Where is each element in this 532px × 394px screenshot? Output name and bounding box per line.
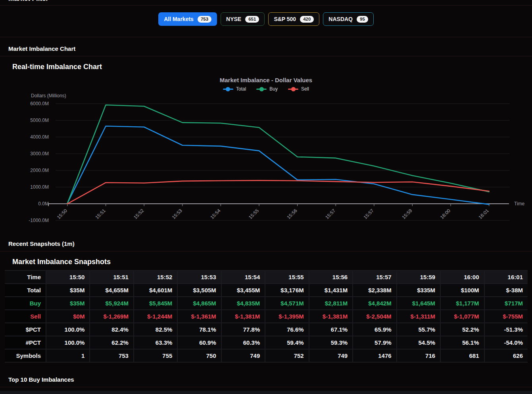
table-cell: 753 xyxy=(89,350,133,362)
table-cell: 67.1% xyxy=(309,323,352,336)
filter-sp500-button[interactable]: S&P 500 420 xyxy=(268,12,319,26)
table-cell: $5,924M xyxy=(89,297,133,309)
row-label: #PCT xyxy=(5,336,46,349)
legend-item-sell[interactable]: Sell xyxy=(288,86,309,92)
column-header: 15:55 xyxy=(265,271,308,283)
svg-text:0.0M: 0.0M xyxy=(38,201,49,207)
count-badge: 420 xyxy=(300,16,314,23)
table-cell: $-38M xyxy=(484,284,528,296)
market-filter-panel: All Markets 753 NYSE 651 S&P 500 420 NAS… xyxy=(0,6,532,37)
legend-marker-total-icon xyxy=(223,87,233,91)
table-cell: 77.8% xyxy=(221,323,265,336)
legend-marker-buy-icon xyxy=(256,87,267,91)
svg-text:15:50: 15:50 xyxy=(56,208,68,220)
table-cell: 76.6% xyxy=(265,323,308,336)
table-cell: 60.3% xyxy=(221,336,265,349)
svg-text:15:54: 15:54 xyxy=(209,208,221,220)
imbalance-line-chart: Dollars (Millions)6000.0M5000.0M4000.0M3… xyxy=(0,92,532,238)
svg-text:15:55: 15:55 xyxy=(248,208,260,220)
column-header: 15:54 xyxy=(221,271,265,283)
svg-text:4000.0M: 4000.0M xyxy=(30,134,49,140)
market-filter-buttons: All Markets 753 NYSE 651 S&P 500 420 NAS… xyxy=(0,12,532,26)
table-cell: -51.3% xyxy=(484,323,528,336)
table-cell: 62.2% xyxy=(89,336,133,349)
table-cell: 1 xyxy=(46,350,89,362)
svg-text:6000.0M: 6000.0M xyxy=(30,101,49,106)
table-cell: $-1,311M xyxy=(396,310,440,323)
column-header: 15:50 xyxy=(46,271,89,283)
table-cell: $2,811M xyxy=(309,297,352,309)
divider xyxy=(0,387,532,387)
legend-item-buy[interactable]: Buy xyxy=(256,86,278,92)
svg-text:15:59: 15:59 xyxy=(401,208,413,220)
svg-text:-1000.0M: -1000.0M xyxy=(29,218,49,223)
filter-label: NYSE xyxy=(226,16,241,22)
chart-section-label: Market Imbalance Chart xyxy=(0,45,532,56)
table-cell: 1476 xyxy=(352,350,396,362)
table-cell: $-2,504M xyxy=(352,310,396,323)
table-cell: $4,601M xyxy=(133,284,177,296)
table-cell: 681 xyxy=(440,350,484,362)
table-cell: 100.0% xyxy=(46,323,89,336)
svg-text:3000.0M: 3000.0M xyxy=(30,151,49,156)
filter-label: NASDAQ xyxy=(328,16,353,22)
svg-text:2000.0M: 2000.0M xyxy=(30,168,49,173)
market-filter-title: Market Filter xyxy=(0,0,532,5)
table-cell: 59.4% xyxy=(265,336,308,349)
table-cell: $1,177M xyxy=(440,297,484,309)
table-cell: 54.5% xyxy=(396,336,440,349)
table-cell: 52.2% xyxy=(440,323,484,336)
svg-text:5000.0M: 5000.0M xyxy=(30,118,49,123)
table-cell: $4,571M xyxy=(265,297,308,309)
filter-all-markets-button[interactable]: All Markets 753 xyxy=(158,12,217,26)
table-cell: $1,645M xyxy=(396,297,440,309)
table-cell: 78.1% xyxy=(177,323,221,336)
row-label: Total xyxy=(5,284,46,296)
table-cell: $35M xyxy=(46,284,89,296)
legend-item-total[interactable]: Total xyxy=(223,86,246,92)
table-cell: $3,176M xyxy=(265,284,308,296)
svg-text:16:01: 16:01 xyxy=(478,208,490,220)
table-cell: 749 xyxy=(309,350,352,362)
table-cell: 59.3% xyxy=(309,336,352,349)
snapshots-panel-title: Market Imbalance Snapshots xyxy=(0,251,532,266)
count-badge: 95 xyxy=(357,16,368,23)
market-imbalance-snapshots-table: Time15:5015:5115:5215:5315:5415:5515:561… xyxy=(5,270,528,363)
table-cell: $-1,381M xyxy=(309,310,352,323)
column-header: 15:53 xyxy=(177,271,221,283)
row-label: Symbols xyxy=(5,350,46,362)
table-cell: $2,338M xyxy=(352,284,396,296)
table-cell: $3,455M xyxy=(221,284,265,296)
footer-section-label: Top 10 Buy Imbalances xyxy=(0,376,532,387)
table-cell: 82.4% xyxy=(89,323,133,336)
snapshots-panel: Market Imbalance Snapshots Time15:5015:5… xyxy=(0,251,532,363)
row-label: Buy xyxy=(5,297,46,309)
table-cell: $1,431M xyxy=(309,284,352,296)
snapshots-section-label: Recent Snapshots (1m) xyxy=(0,240,532,251)
legend-marker-sell-icon xyxy=(288,87,298,91)
table-cell: 57.9% xyxy=(352,336,396,349)
filter-nasdaq-button[interactable]: NASDAQ 95 xyxy=(323,12,373,26)
row-label: $PCT xyxy=(5,323,46,336)
table-cell: 100.0% xyxy=(46,336,89,349)
chart-panel-title: Real-time Imbalance Chart xyxy=(0,56,532,71)
table-cell: 65.9% xyxy=(352,323,396,336)
column-header: Time xyxy=(5,271,46,283)
column-header: 15:51 xyxy=(89,271,133,283)
svg-text:15:56: 15:56 xyxy=(286,208,298,220)
svg-text:16:00: 16:00 xyxy=(439,208,451,220)
filter-label: All Markets xyxy=(164,16,194,22)
table-cell: 750 xyxy=(177,350,221,362)
svg-text:15:52: 15:52 xyxy=(133,208,145,220)
column-header: 16:00 xyxy=(440,271,484,283)
table-cell: 55.7% xyxy=(396,323,440,336)
count-badge: 753 xyxy=(198,16,211,23)
table-cell: 60.9% xyxy=(177,336,221,349)
table-cell: 752 xyxy=(265,350,308,362)
table-cell: $3,505M xyxy=(177,284,221,296)
svg-text:Time: Time xyxy=(514,201,525,207)
table-cell: $100M xyxy=(440,284,484,296)
legend-label: Buy xyxy=(269,86,278,92)
table-cell: $4,842M xyxy=(352,297,396,309)
filter-nyse-button[interactable]: NYSE 651 xyxy=(221,12,265,26)
